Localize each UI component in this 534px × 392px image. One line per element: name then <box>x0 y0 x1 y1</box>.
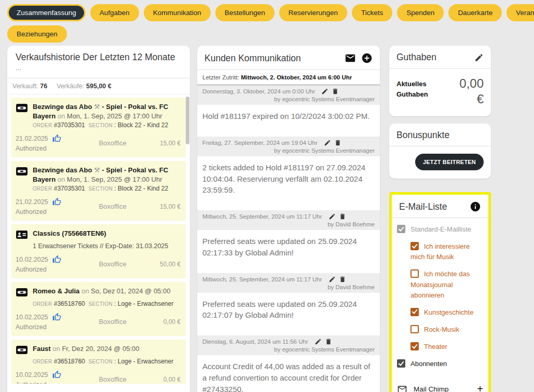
mailchimp-add-icon[interactable]: + <box>477 383 483 392</box>
checkbox-icon[interactable] <box>410 242 419 250</box>
edit-note-icon[interactable] <box>328 213 336 220</box>
tab-tickets[interactable]: Tickets <box>352 4 392 21</box>
guthaben-panel: Guthaben Aktuelles Guthaben 0,00 € <box>389 46 491 116</box>
email-list-label: Abonnenten <box>410 360 447 368</box>
sale-date: 10.02.2025 <box>16 256 48 263</box>
sales-scrollbar[interactable] <box>186 97 189 144</box>
entry-author: by David Boehme <box>327 284 375 290</box>
sale-channel: Boxoffice <box>77 375 148 383</box>
edit-note-icon[interactable] <box>314 338 322 345</box>
checkbox-icon[interactable] <box>410 269 419 278</box>
sale-amount: 0,00 € <box>148 376 181 383</box>
delete-note-icon[interactable] <box>332 88 339 95</box>
edit-credit-icon[interactable] <box>474 53 484 62</box>
tab-bestellungen[interactable]: Bestellungen <box>215 4 275 21</box>
sale-order-row: ORDER #36518760 SECTION : Loge - Erwachs… <box>33 300 181 307</box>
guthaben-label: Aktuelles Guthaben <box>396 76 450 107</box>
edit-note-icon[interactable] <box>328 276 336 283</box>
sale-item[interactable]: Romeo & Julia on So, Dez 01, 2024 @ 05:0… <box>11 282 186 336</box>
sales-history-title: Verkaufshistorie Der Letzten 12 Monate <box>16 52 182 63</box>
sale-date: 10.02.2025 <box>16 371 48 379</box>
tab-aufgaben[interactable]: Aufgaben <box>90 4 139 21</box>
email-list-label: Theater <box>424 343 447 350</box>
checkbox-icon[interactable] <box>410 342 419 350</box>
ticket-icon <box>16 103 28 113</box>
email-list-label: Kunstgeschichte <box>424 308 473 316</box>
info-icon[interactable] <box>470 201 481 212</box>
sale-title: Romeo & Julia on So, Dez 01, 2024 @ 05:0… <box>33 287 170 299</box>
tab-row-1: ZusammenfassungAufgabenKommunikationBest… <box>7 4 529 21</box>
sale-title: Bezwinge das Abo ⚒ - Spiel - Pokal vs. F… <box>33 102 181 120</box>
thumb-up-icon <box>52 134 61 143</box>
communication-entry: Mittwoch, 25. September, 2024 um 11:17 U… <box>197 210 380 273</box>
entry-author: by egocentric Systems Eventmanager <box>274 96 375 102</box>
checkbox-icon[interactable] <box>397 225 405 233</box>
add-note-icon[interactable] <box>361 52 373 64</box>
last-access-label: Letzter Zutritt: <box>202 74 239 80</box>
sale-order-row: ORDER #37035301 SECTION : Block 22 - Kin… <box>33 121 181 129</box>
email-list-title: E-Mail-Liste <box>399 201 464 212</box>
sale-item[interactable]: Faust on Fr, Dez 20, 2024 @ 05:00ORDER #… <box>11 340 186 384</box>
entry-body: Hold #181197 expired on 10/2/2024 3:00:0… <box>197 105 380 137</box>
edit-note-icon[interactable] <box>324 139 331 146</box>
last-access-value: Mittwoch, 2. Oktober, 2024 um 6:00 Uhr <box>241 74 352 80</box>
sale-title: Faust on Fr, Dez 20, 2024 @ 05:00 <box>33 344 139 357</box>
communication-title: Kunden Kommunikation <box>204 53 339 64</box>
join-now-button[interactable]: JETZT BEITRETEN <box>415 154 484 170</box>
entry-body: Preferred seats were updated on 25.09.20… <box>197 293 380 336</box>
tab-dauerkarte[interactable]: Dauerkarte <box>448 4 502 21</box>
checkbox-icon[interactable] <box>410 325 419 333</box>
communication-entry: Freitag, 27. September, 2024 um 19:04 Uh… <box>197 137 380 210</box>
tab-reservierungen[interactable]: Reservierungen <box>279 4 347 21</box>
mailchimp-row[interactable]: Mail Chimp + <box>392 379 488 392</box>
sales-label: Verkäufe: <box>57 83 84 90</box>
sale-amount: 15,00 € <box>148 203 181 210</box>
delete-note-icon[interactable] <box>334 139 341 146</box>
entry-author: by egocentric Systems Eventmanager <box>274 147 375 154</box>
checkbox-icon[interactable] <box>410 308 419 316</box>
email-list-label: Rock-Musik <box>424 326 459 333</box>
sale-item[interactable]: Classics (755668TEN6)1 Erwachsener Ticke… <box>11 224 186 278</box>
delete-note-icon[interactable] <box>339 276 346 283</box>
edit-note-icon[interactable] <box>321 88 328 95</box>
sales-list: Bezwinge das Abo ⚒ - Spiel - Pokal vs. F… <box>7 94 190 384</box>
member-card-icon <box>16 230 28 239</box>
tab-bar: ZusammenfassungAufgabenKommunikationBest… <box>7 4 529 47</box>
sold-value: 76 <box>40 83 47 90</box>
entry-date: Donnerstag, 3. Oktober, 2024 um 0:00 Uhr <box>202 88 315 94</box>
sales-value: 595,00 € <box>86 83 112 90</box>
email-list-item[interactable]: Ich möchte das Monatsjournal abonnieren <box>410 269 483 300</box>
mailchimp-label: Mail Chimp <box>414 385 471 392</box>
ticket-icon <box>16 288 28 297</box>
email-list-item[interactable]: Abonnenten <box>397 359 483 369</box>
checkbox-icon[interactable] <box>397 359 405 368</box>
sale-channel: Boxoffice <box>77 139 148 147</box>
email-list-item[interactable]: Rock-Musik <box>410 325 483 335</box>
email-list-item[interactable]: Ich interessiere mich für Musik <box>410 241 483 262</box>
sold-label: Verkauft: <box>12 83 38 90</box>
sale-order-row: ORDER #36518760 SECTION : Loge - Erwachs… <box>33 358 181 365</box>
sale-item[interactable]: Bezwinge das Abo ⚒ - Spiel - Pokal vs. F… <box>11 161 186 221</box>
tab-zusammenfassung[interactable]: Zusammenfassung <box>7 4 86 21</box>
tab-beziehungen[interactable]: Beziehungen <box>7 25 67 43</box>
email-list-item[interactable]: Theater <box>410 342 483 352</box>
bonuspunkte-title: Bonuspunkte <box>396 130 484 141</box>
entry-date: Dienstag, 6. August, 2024 um 11:56 Uhr <box>202 339 308 345</box>
email-list-item[interactable]: Standard-E-Mailliste <box>397 224 483 235</box>
tab-spenden[interactable]: Spenden <box>397 4 444 21</box>
communication-panel: Kunden Kommunikation Letzter Zutritt: Mi… <box>197 46 380 392</box>
entry-date: Freitag, 27. September, 2024 um 19:04 Uh… <box>202 140 318 146</box>
sale-channel: Boxoffice <box>77 202 148 210</box>
tab-kommunikation[interactable]: Kommunikation <box>144 4 211 21</box>
entry-body: Preferred seats were updated on 25.09.20… <box>197 230 380 273</box>
sales-history-panel: Verkaufshistorie Der Letzten 12 Monate .… <box>7 46 190 392</box>
sale-item[interactable]: Bezwinge das Abo ⚒ - Spiel - Pokal vs. F… <box>11 98 186 157</box>
entry-author: by David Boehme <box>327 221 375 227</box>
email-list-item[interactable]: Kunstgeschichte <box>410 307 483 318</box>
tab-veranstaltungen[interactable]: Veranstaltungen <box>506 4 534 21</box>
tab-row-2: Beziehungen <box>7 25 529 43</box>
delete-note-icon[interactable] <box>339 213 346 220</box>
sale-amount: 50,00 € <box>148 261 181 268</box>
email-icon[interactable] <box>345 52 356 64</box>
delete-note-icon[interactable] <box>325 338 332 345</box>
